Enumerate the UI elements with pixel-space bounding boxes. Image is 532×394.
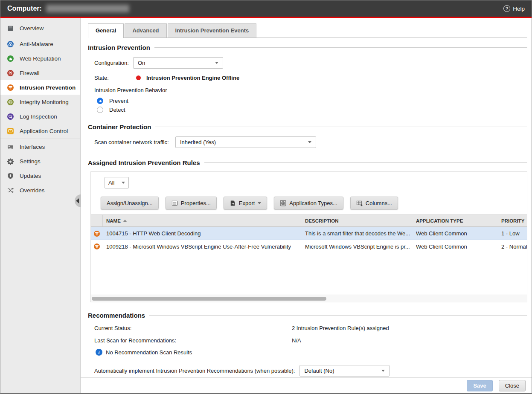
rules-filter-value: All: [108, 180, 114, 186]
table-row[interactable]: 1004715 - HTTP Web Client Decoding This …: [91, 227, 527, 240]
sidebar-item-integrity-monitoring[interactable]: Integrity Monitoring: [0, 95, 80, 109]
header-application-type[interactable]: APPLICATION TYPE: [414, 218, 500, 223]
last-scan-row: Last Scan for Recommendations: N/A: [94, 337, 527, 344]
sidebar-item-settings[interactable]: Settings: [0, 154, 80, 168]
section-rule: [149, 315, 527, 316]
auto-implement-label: Automatically implement Intrusion Preven…: [94, 368, 295, 374]
intrusion-prevention-icon: [7, 84, 14, 91]
collapse-arrow-icon: [76, 198, 79, 203]
export-icon: [230, 200, 236, 206]
settings-gear-icon: [7, 158, 14, 165]
web-reputation-icon: [7, 55, 14, 62]
auto-implement-select[interactable]: Default (No): [299, 365, 390, 377]
anti-malware-icon: [7, 41, 14, 48]
sidebar-item-interfaces[interactable]: Interfaces: [0, 139, 80, 154]
sidebar-item-overrides[interactable]: Overrides: [0, 183, 80, 197]
sort-ascending-icon: [123, 220, 127, 222]
sidebar-item-application-control[interactable]: Application Control: [0, 124, 80, 138]
header-priority[interactable]: PRIORITY: [500, 218, 527, 223]
rules-filter-select[interactable]: All: [105, 177, 129, 188]
chevron-down-icon: [258, 202, 261, 204]
assign-unassign-label: Assign/Unassign...: [107, 200, 153, 206]
chevron-down-icon: [381, 370, 385, 372]
prevent-radio[interactable]: [97, 98, 103, 104]
help-button[interactable]: ? Help: [503, 5, 525, 12]
sidebar-item-intrusion-prevention[interactable]: Intrusion Prevention: [0, 80, 80, 95]
horizontal-scrollbar: [91, 295, 527, 302]
sidebar-item-firewall[interactable]: Firewall: [0, 66, 80, 80]
current-status-value: 2 Intrusion Prevention Rule(s) assigned: [292, 325, 389, 331]
last-scan-label: Last Scan for Recommendations:: [94, 337, 292, 344]
auto-implement-row: Automatically implement Intrusion Preven…: [94, 365, 527, 377]
sidebar-label: Integrity Monitoring: [20, 99, 69, 105]
sidebar-label: Intrusion Prevention: [20, 84, 76, 91]
sidebar-label: Web Reputation: [20, 55, 61, 62]
properties-button[interactable]: Properties...: [166, 197, 217, 209]
sidebar-label: Overrides: [20, 187, 45, 194]
intrusion-prevention-rule-icon: [93, 230, 100, 237]
section-rule: [204, 162, 527, 163]
section-title: Recommendations: [88, 312, 145, 319]
columns-label: Columns...: [366, 200, 392, 206]
title-bar: Computer: ? Help: [0, 0, 532, 17]
chevron-down-icon: [122, 182, 125, 184]
rule-priority: 2 - Normal: [500, 243, 527, 250]
sidebar-divider: [0, 139, 80, 139]
rule-application-type: Web Client Common: [414, 243, 500, 250]
auto-implement-value: Default (No): [304, 368, 334, 374]
rules-table: NAME DESCRIPTION APPLICATION TYPE PRIORI…: [91, 214, 527, 302]
status-offline-dot: [136, 75, 141, 80]
sidebar-item-updates[interactable]: Updates: [0, 168, 80, 183]
state-label: State:: [94, 75, 136, 81]
rule-name: 1004715 - HTTP Web Client Decoding: [106, 230, 201, 237]
section-assigned-rules: Assigned Intrusion Prevention Rules: [88, 159, 527, 166]
application-types-icon: [280, 200, 286, 206]
close-button[interactable]: Close: [499, 380, 526, 391]
sidebar-label: Overview: [20, 25, 44, 32]
rule-description: Microsoft Windows VBScript Engine is pr.…: [303, 243, 414, 250]
current-status-row: Current Status: 2 Intrusion Prevention R…: [94, 325, 527, 331]
application-control-icon: [7, 127, 14, 135]
behavior-label: Intrusion Prevention Behavior: [94, 87, 167, 93]
prevent-label: Prevent: [109, 98, 128, 104]
help-label: Help: [513, 6, 525, 12]
sidebar-item-web-reputation[interactable]: Web Reputation: [0, 51, 80, 66]
header-icon-column: [91, 215, 103, 226]
info-icon: i: [96, 349, 102, 356]
header-description[interactable]: DESCRIPTION: [303, 218, 414, 223]
configuration-label: Configuration:: [94, 60, 133, 66]
sidebar-label: Anti-Malware: [20, 41, 53, 47]
rules-panel: All Assign/Unassign... Properties...: [90, 171, 527, 302]
log-inspection-icon: [7, 113, 14, 120]
properties-icon: [172, 200, 178, 206]
scan-container-select[interactable]: Inherited (Yes): [175, 136, 316, 148]
columns-button[interactable]: Columns...: [350, 197, 398, 209]
header-name[interactable]: NAME: [103, 218, 303, 223]
table-empty-area: [91, 253, 527, 295]
scan-container-label: Scan container network traffic:: [94, 139, 175, 145]
sidebar-item-log-inspection[interactable]: Log Inspection: [0, 109, 80, 124]
window-title: Computer:: [7, 5, 42, 12]
export-button[interactable]: Export: [224, 197, 267, 209]
configuration-value: On: [138, 60, 145, 66]
rule-cell-icon: [91, 230, 103, 237]
export-label: Export: [239, 200, 255, 206]
table-row[interactable]: 1009218 - Microsoft Windows VBScript Eng…: [91, 240, 527, 253]
help-icon: ?: [503, 5, 510, 12]
assign-unassign-button[interactable]: Assign/Unassign...: [101, 197, 159, 209]
radio-row-detect: Detect: [97, 107, 527, 113]
info-message: No Recommendation Scan Results: [106, 349, 192, 356]
footer-bar: Save Close: [81, 377, 532, 394]
sidebar-item-overview[interactable]: Overview: [0, 21, 80, 35]
firewall-icon: [7, 70, 14, 77]
sidebar-item-anti-malware[interactable]: Anti-Malware: [0, 37, 80, 51]
tab-intrusion-prevention-events[interactable]: Intrusion Prevention Events: [168, 23, 257, 38]
tab-general[interactable]: General: [88, 23, 124, 38]
overrides-shuffle-icon: [7, 187, 14, 194]
horizontal-scrollbar-thumb[interactable]: [92, 297, 326, 301]
application-types-button[interactable]: Application Types...: [274, 197, 343, 209]
rule-cell-icon: [91, 243, 103, 250]
detect-radio[interactable]: [97, 107, 103, 113]
configuration-select[interactable]: On: [133, 57, 223, 69]
tab-advanced[interactable]: Advanced: [125, 23, 166, 38]
